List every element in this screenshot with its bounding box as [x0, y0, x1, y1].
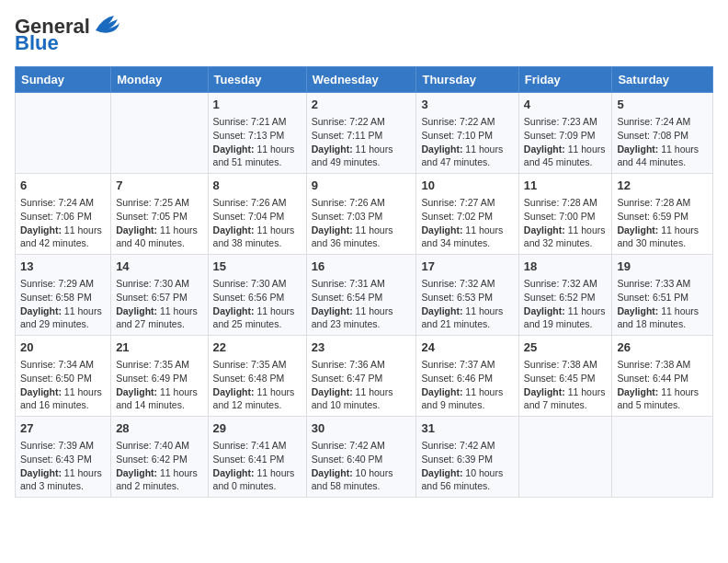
day-number: 16	[312, 259, 412, 275]
day-content: Sunrise: 7:33 AMSunset: 6:51 PMDaylight:…	[617, 277, 708, 331]
calendar-cell: 4Sunrise: 7:23 AMSunset: 7:09 PMDaylight…	[518, 93, 612, 174]
day-number: 24	[421, 339, 513, 356]
calendar-cell: 2Sunrise: 7:22 AMSunset: 7:11 PMDaylight…	[306, 93, 416, 174]
column-header-saturday: Saturday	[612, 67, 713, 93]
calendar-cell: 18Sunrise: 7:32 AMSunset: 6:52 PMDayligh…	[518, 255, 612, 336]
day-number: 28	[116, 420, 202, 437]
calendar-cell: 30Sunrise: 7:42 AMSunset: 6:40 PMDayligh…	[306, 417, 416, 498]
calendar-cell: 6Sunrise: 7:24 AMSunset: 7:06 PMDaylight…	[16, 174, 111, 255]
day-number: 26	[617, 339, 708, 356]
day-content: Sunrise: 7:42 AMSunset: 6:40 PMDaylight:…	[312, 439, 412, 493]
calendar-cell: 28Sunrise: 7:40 AMSunset: 6:42 PMDayligh…	[111, 417, 208, 498]
calendar-cell: 31Sunrise: 7:42 AMSunset: 6:39 PMDayligh…	[416, 417, 518, 498]
day-content: Sunrise: 7:24 AMSunset: 7:08 PMDaylight:…	[617, 115, 708, 169]
calendar-cell: 26Sunrise: 7:38 AMSunset: 6:44 PMDayligh…	[612, 336, 713, 417]
day-number: 11	[524, 178, 608, 194]
day-number: 9	[312, 178, 412, 194]
logo-bird-icon	[92, 14, 121, 34]
day-number: 27	[20, 420, 106, 437]
calendar-cell: 14Sunrise: 7:30 AMSunset: 6:57 PMDayligh…	[111, 255, 208, 336]
logo-blue-text: Blue	[15, 31, 59, 55]
day-number: 5	[617, 97, 708, 113]
day-content: Sunrise: 7:35 AMSunset: 6:48 PMDaylight:…	[213, 358, 301, 412]
day-number: 30	[312, 420, 412, 437]
column-header-sunday: Sunday	[16, 67, 111, 93]
day-content: Sunrise: 7:37 AMSunset: 6:46 PMDaylight:…	[421, 358, 513, 412]
calendar-cell: 29Sunrise: 7:41 AMSunset: 6:41 PMDayligh…	[208, 417, 306, 498]
day-content: Sunrise: 7:38 AMSunset: 6:44 PMDaylight:…	[617, 358, 708, 412]
calendar-week-row: 13Sunrise: 7:29 AMSunset: 6:58 PMDayligh…	[16, 255, 713, 336]
day-number: 29	[213, 420, 301, 437]
day-content: Sunrise: 7:35 AMSunset: 6:49 PMDaylight:…	[116, 358, 202, 412]
day-content: Sunrise: 7:24 AMSunset: 7:06 PMDaylight:…	[20, 196, 106, 250]
day-number: 31	[421, 420, 513, 437]
calendar-cell: 25Sunrise: 7:38 AMSunset: 6:45 PMDayligh…	[518, 336, 612, 417]
calendar-cell: 1Sunrise: 7:21 AMSunset: 7:13 PMDaylight…	[208, 93, 306, 174]
day-content: Sunrise: 7:30 AMSunset: 6:57 PMDaylight:…	[116, 277, 202, 331]
calendar-cell	[518, 417, 612, 498]
day-content: Sunrise: 7:38 AMSunset: 6:45 PMDaylight:…	[524, 358, 608, 412]
day-number: 23	[312, 339, 412, 356]
day-number: 15	[213, 259, 301, 275]
calendar-week-row: 6Sunrise: 7:24 AMSunset: 7:06 PMDaylight…	[16, 174, 713, 255]
day-content: Sunrise: 7:41 AMSunset: 6:41 PMDaylight:…	[213, 439, 301, 493]
column-header-thursday: Thursday	[416, 67, 518, 93]
logo: General Blue	[15, 15, 121, 55]
day-number: 13	[20, 259, 106, 275]
calendar-week-row: 27Sunrise: 7:39 AMSunset: 6:43 PMDayligh…	[16, 417, 713, 498]
day-content: Sunrise: 7:21 AMSunset: 7:13 PMDaylight:…	[213, 115, 301, 169]
calendar-table: SundayMondayTuesdayWednesdayThursdayFrid…	[15, 66, 713, 498]
day-number: 19	[617, 259, 708, 275]
day-content: Sunrise: 7:32 AMSunset: 6:52 PMDaylight:…	[524, 277, 608, 331]
day-number: 6	[20, 178, 106, 194]
calendar-cell	[16, 93, 111, 174]
day-content: Sunrise: 7:39 AMSunset: 6:43 PMDaylight:…	[20, 439, 106, 493]
calendar-cell: 22Sunrise: 7:35 AMSunset: 6:48 PMDayligh…	[208, 336, 306, 417]
day-content: Sunrise: 7:26 AMSunset: 7:03 PMDaylight:…	[312, 196, 412, 250]
calendar-cell: 20Sunrise: 7:34 AMSunset: 6:50 PMDayligh…	[16, 336, 111, 417]
day-content: Sunrise: 7:22 AMSunset: 7:10 PMDaylight:…	[421, 115, 513, 169]
calendar-cell: 9Sunrise: 7:26 AMSunset: 7:03 PMDaylight…	[306, 174, 416, 255]
day-content: Sunrise: 7:25 AMSunset: 7:05 PMDaylight:…	[116, 196, 202, 250]
day-content: Sunrise: 7:23 AMSunset: 7:09 PMDaylight:…	[524, 115, 608, 169]
day-number: 20	[20, 339, 106, 356]
calendar-cell: 8Sunrise: 7:26 AMSunset: 7:04 PMDaylight…	[208, 174, 306, 255]
day-number: 14	[116, 259, 202, 275]
day-number: 8	[213, 178, 301, 194]
calendar-cell: 15Sunrise: 7:30 AMSunset: 6:56 PMDayligh…	[208, 255, 306, 336]
day-number: 7	[116, 178, 202, 194]
calendar-cell	[612, 417, 713, 498]
calendar-cell: 17Sunrise: 7:32 AMSunset: 6:53 PMDayligh…	[416, 255, 518, 336]
day-number: 3	[421, 97, 513, 113]
calendar-cell: 10Sunrise: 7:27 AMSunset: 7:02 PMDayligh…	[416, 174, 518, 255]
calendar-cell: 5Sunrise: 7:24 AMSunset: 7:08 PMDaylight…	[612, 93, 713, 174]
day-content: Sunrise: 7:40 AMSunset: 6:42 PMDaylight:…	[116, 439, 202, 493]
calendar-cell: 11Sunrise: 7:28 AMSunset: 7:00 PMDayligh…	[518, 174, 612, 255]
calendar-cell: 24Sunrise: 7:37 AMSunset: 6:46 PMDayligh…	[416, 336, 518, 417]
calendar-cell: 23Sunrise: 7:36 AMSunset: 6:47 PMDayligh…	[306, 336, 416, 417]
day-content: Sunrise: 7:28 AMSunset: 6:59 PMDaylight:…	[617, 196, 708, 250]
calendar-week-row: 1Sunrise: 7:21 AMSunset: 7:13 PMDaylight…	[16, 93, 713, 174]
calendar-cell: 3Sunrise: 7:22 AMSunset: 7:10 PMDaylight…	[416, 93, 518, 174]
calendar-header-row: SundayMondayTuesdayWednesdayThursdayFrid…	[16, 67, 713, 93]
day-content: Sunrise: 7:28 AMSunset: 7:00 PMDaylight:…	[524, 196, 608, 250]
calendar-cell: 16Sunrise: 7:31 AMSunset: 6:54 PMDayligh…	[306, 255, 416, 336]
calendar-cell: 12Sunrise: 7:28 AMSunset: 6:59 PMDayligh…	[612, 174, 713, 255]
day-content: Sunrise: 7:26 AMSunset: 7:04 PMDaylight:…	[213, 196, 301, 250]
day-number: 18	[524, 259, 608, 275]
column-header-wednesday: Wednesday	[306, 67, 416, 93]
day-content: Sunrise: 7:42 AMSunset: 6:39 PMDaylight:…	[421, 439, 513, 493]
day-number: 10	[421, 178, 513, 194]
day-content: Sunrise: 7:31 AMSunset: 6:54 PMDaylight:…	[312, 277, 412, 331]
column-header-friday: Friday	[518, 67, 612, 93]
column-header-monday: Monday	[111, 67, 208, 93]
day-number: 17	[421, 259, 513, 275]
calendar-cell: 13Sunrise: 7:29 AMSunset: 6:58 PMDayligh…	[16, 255, 111, 336]
calendar-cell	[111, 93, 208, 174]
day-number: 4	[524, 97, 608, 113]
day-content: Sunrise: 7:36 AMSunset: 6:47 PMDaylight:…	[312, 358, 412, 412]
calendar-cell: 27Sunrise: 7:39 AMSunset: 6:43 PMDayligh…	[16, 417, 111, 498]
calendar-week-row: 20Sunrise: 7:34 AMSunset: 6:50 PMDayligh…	[16, 336, 713, 417]
day-number: 1	[213, 97, 301, 113]
day-number: 2	[312, 97, 412, 113]
